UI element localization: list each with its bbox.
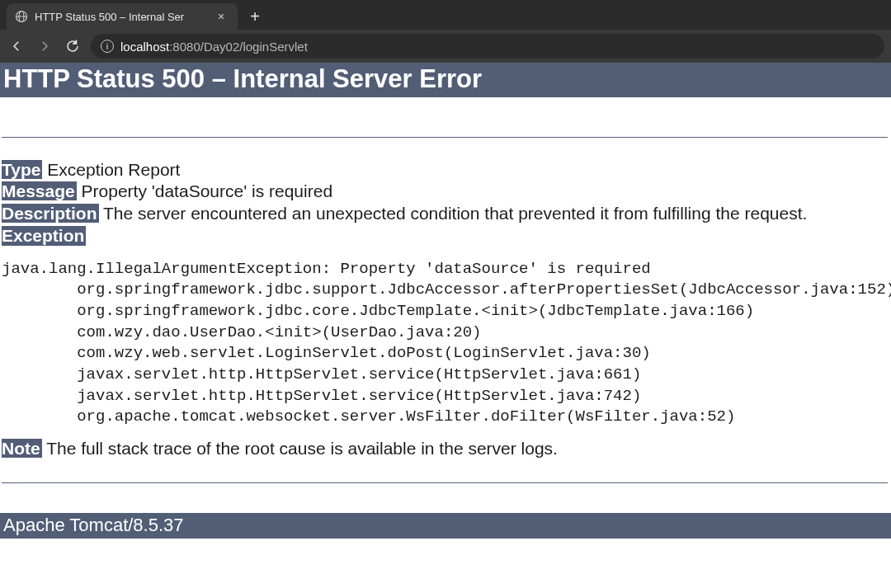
description-label: Description bbox=[2, 204, 99, 223]
divider-bottom bbox=[2, 482, 888, 483]
type-label: Type bbox=[2, 160, 42, 179]
type-value: Exception Report bbox=[42, 160, 180, 179]
close-icon[interactable]: × bbox=[218, 11, 229, 22]
description-value: The server encountered an unexpected con… bbox=[99, 204, 808, 223]
exception-heading: Exception bbox=[2, 226, 86, 246]
url-port: :8080 bbox=[169, 40, 200, 54]
address-bar[interactable]: i localhost:8080/Day02/loginServlet bbox=[91, 34, 884, 59]
browser-tab-active[interactable]: HTTP Status 500 – Internal Ser × bbox=[7, 3, 238, 30]
browser-tabstrip: HTTP Status 500 – Internal Ser × + bbox=[0, 0, 891, 30]
message-label: Message bbox=[2, 181, 77, 200]
page-content: HTTP Status 500 – Internal Server Error … bbox=[0, 63, 891, 539]
globe-icon bbox=[15, 10, 28, 23]
page-title: HTTP Status 500 – Internal Server Error bbox=[0, 63, 891, 97]
url-host: localhost bbox=[120, 40, 169, 54]
tab-title: HTTP Status 500 – Internal Ser bbox=[35, 11, 211, 23]
message-value: Property 'dataSource' is required bbox=[77, 181, 332, 200]
new-tab-button[interactable]: + bbox=[243, 4, 267, 29]
error-body: Type Exception Report Message Property '… bbox=[0, 137, 891, 513]
browser-toolbar: i localhost:8080/Day02/loginServlet bbox=[0, 30, 891, 63]
url-path: /Day02/loginServlet bbox=[200, 40, 308, 54]
divider-top bbox=[2, 137, 888, 138]
url-text: localhost:8080/Day02/loginServlet bbox=[120, 40, 308, 54]
reload-button[interactable] bbox=[63, 36, 82, 56]
note-line: Note The full stack trace of the root ca… bbox=[2, 438, 888, 459]
server-footer: Apache Tomcat/8.5.37 bbox=[0, 513, 891, 539]
note-value: The full stack trace of the root cause i… bbox=[42, 439, 558, 458]
stack-trace: java.lang.IllegalArgumentException: Prop… bbox=[2, 259, 888, 428]
note-label: Note bbox=[2, 439, 42, 458]
message-line: Message Property 'dataSource' is require… bbox=[2, 181, 888, 202]
forward-button[interactable] bbox=[35, 36, 54, 56]
description-line: Description The server encountered an un… bbox=[2, 203, 888, 224]
type-line: Type Exception Report bbox=[2, 159, 888, 181]
back-button[interactable] bbox=[7, 36, 26, 56]
site-info-icon[interactable]: i bbox=[101, 40, 114, 53]
